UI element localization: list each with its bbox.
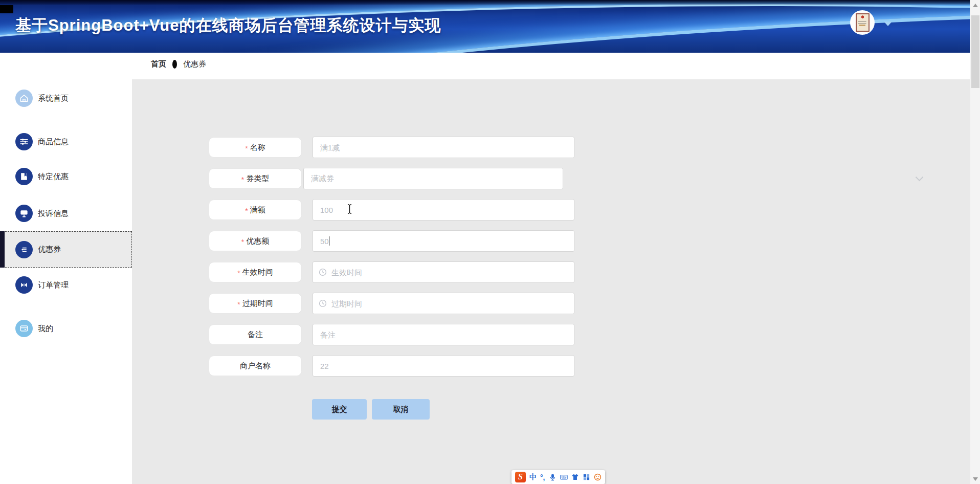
clock-icon — [319, 268, 327, 276]
required-mark: * — [241, 175, 244, 184]
field-label-threshold: * 满额 — [209, 200, 302, 220]
microphone-icon[interactable] — [549, 473, 556, 481]
form-row-merchant-name: 商户名称 — [209, 355, 669, 377]
home-icon — [15, 90, 33, 107]
sidebar-item-orders[interactable]: 订单管理 — [0, 273, 132, 297]
sidebar-item-products[interactable]: 商品信息 — [0, 129, 132, 154]
emoji-icon[interactable] — [594, 473, 602, 481]
required-mark: * — [237, 269, 240, 277]
breadcrumb-separator — [172, 60, 177, 69]
form-row-coupon-type: * 券类型 满减券 — [209, 168, 669, 189]
sogou-logo-icon[interactable]: S — [515, 472, 526, 482]
scrollbar[interactable] — [970, 0, 980, 484]
sidebar-item-coupons[interactable]: 优惠券 — [0, 231, 132, 268]
app-header: 基于SpringBoot+Vue的在线商场后台管理系统设计与实现 — [0, 0, 980, 53]
field-label-merchant-name: 商户名称 — [209, 356, 302, 376]
sidebar-item-label: 特定优惠 — [38, 172, 69, 182]
coupon-type-select[interactable]: 满减券 — [303, 168, 563, 189]
sidebar-item-label: 投诉信息 — [38, 209, 69, 218]
sliders-icon — [15, 133, 33, 150]
skin-icon[interactable] — [571, 473, 579, 481]
feedback-icon — [15, 205, 33, 222]
clock-icon — [319, 299, 327, 307]
name-input[interactable] — [313, 137, 574, 158]
content-panel: * 名称 * 券类型 满减券 — [132, 79, 970, 484]
sidebar-item-label: 我的 — [38, 324, 53, 334]
page-title: 基于SpringBoot+Vue的在线商场后台管理系统设计与实现 — [15, 0, 441, 53]
avatar-certificate-image — [856, 13, 870, 32]
avatar[interactable] — [850, 10, 875, 35]
cancel-button[interactable]: 取消 — [372, 399, 430, 420]
field-label-coupon-type: * 券类型 — [209, 168, 302, 189]
form-actions: 提交 取消 — [312, 399, 669, 420]
sidebar-item-complaints[interactable]: 投诉信息 — [0, 201, 132, 226]
punctuation-icon[interactable]: °, — [540, 473, 545, 481]
screen: 基于SpringBoot+Vue的在线商场后台管理系统设计与实现 首页 优惠券 … — [0, 0, 980, 484]
required-mark: * — [241, 238, 244, 246]
profile-card-icon — [15, 320, 33, 337]
breadcrumb-current: 优惠券 — [183, 59, 206, 69]
ime-toolbar[interactable]: S 中 °, — [511, 470, 605, 484]
required-mark: * — [245, 144, 248, 152]
form-row-expire-time: * 过期时间 — [209, 293, 669, 314]
chevron-down-icon[interactable] — [884, 21, 892, 26]
sidebar-item-special-offers[interactable]: 特定优惠 — [0, 164, 132, 189]
sidebar-item-label: 订单管理 — [38, 280, 69, 290]
form-row-start-time: * 生效时间 — [209, 261, 669, 283]
sidebar-item-label: 优惠券 — [38, 245, 61, 254]
breadcrumb: 首页 优惠券 — [151, 57, 206, 71]
merchant-name-input[interactable] — [313, 355, 574, 377]
app-body: 首页 优惠券 系统首页 商品信息 特定优惠 — [0, 53, 970, 484]
sidebar-item-home[interactable]: 系统首页 — [0, 86, 132, 111]
toolbox-icon[interactable] — [583, 473, 590, 481]
book-icon — [15, 168, 33, 185]
field-label-name: * 名称 — [209, 137, 302, 158]
form-row-remark: 备注 — [209, 324, 669, 345]
discount-input[interactable] — [313, 230, 574, 252]
required-mark: * — [237, 300, 240, 309]
keyboard-icon[interactable] — [560, 473, 568, 481]
remark-input[interactable] — [313, 324, 574, 345]
chinese-mode-icon[interactable]: 中 — [529, 473, 537, 482]
field-label-remark: 备注 — [209, 324, 302, 345]
order-icon — [15, 276, 33, 294]
form-row-discount: * 优惠额 — [209, 230, 669, 252]
sidebar: 系统首页 商品信息 特定优惠 投诉信息 — [0, 53, 132, 484]
sidebar-item-label: 系统首页 — [38, 94, 69, 103]
threshold-input[interactable] — [313, 199, 574, 221]
select-chevron-icon[interactable] — [916, 173, 924, 182]
field-label-discount: * 优惠额 — [209, 231, 302, 251]
required-mark: * — [245, 207, 248, 215]
submit-button[interactable]: 提交 — [312, 399, 367, 420]
field-label-expire-time: * 过期时间 — [209, 293, 302, 314]
form-row-threshold: * 满额 — [209, 199, 669, 221]
user-menu[interactable] — [850, 9, 896, 40]
start-time-input[interactable] — [313, 261, 574, 283]
scrollbar-down-arrow-icon[interactable] — [973, 477, 978, 481]
breadcrumb-home[interactable]: 首页 — [151, 59, 166, 69]
sidebar-item-label: 商品信息 — [38, 137, 69, 147]
scrollbar-thumb[interactable] — [971, 15, 979, 88]
coupon-form: * 名称 * 券类型 满减券 — [209, 137, 669, 420]
scrollbar-up-arrow-icon[interactable] — [973, 4, 978, 7]
text-input-caret — [329, 236, 330, 246]
expire-time-input[interactable] — [313, 293, 574, 314]
form-row-name: * 名称 — [209, 137, 669, 158]
corner-notch — [0, 5, 13, 13]
coupon-list-icon — [15, 241, 33, 258]
sidebar-item-mine[interactable]: 我的 — [0, 316, 132, 341]
field-label-start-time: * 生效时间 — [209, 262, 302, 282]
